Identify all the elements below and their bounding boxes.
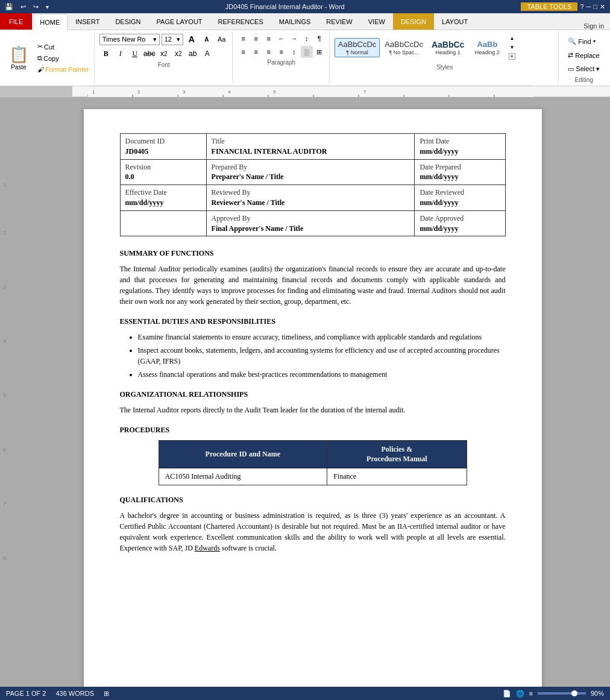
tab-mailings[interactable]: MAILINGS [271, 13, 319, 30]
cut-button[interactable]: ✂ Cut [35, 42, 92, 52]
multilevel-button[interactable]: ≡ [263, 33, 275, 45]
show-marks-button[interactable]: ¶ [313, 33, 325, 45]
decrease-indent-button[interactable]: ← [275, 33, 288, 45]
tab-layout[interactable]: LAYOUT [434, 13, 476, 30]
title-text: JD0405 Financial Internal Auditor - Word [225, 3, 345, 10]
italic-button[interactable]: I [114, 47, 127, 60]
table-row: Approved By Final Approver's Name / Titl… [120, 210, 505, 236]
save-icon[interactable]: 💾 [5, 3, 13, 11]
align-right-button[interactable]: ≡ [263, 46, 275, 58]
list-item: Inspect account books, statements, ledge… [138, 345, 506, 367]
date-prepared-cell: Date Prepared mm/dd/yyyy [415, 159, 505, 185]
style-heading2[interactable]: AaBb Heading 2 [469, 38, 505, 57]
copy-button[interactable]: ⧉ Copy [35, 53, 92, 63]
font-size-selector[interactable]: 12 ▾ [162, 34, 183, 45]
qualifications-heading: QUALIFICATIONS [120, 495, 506, 505]
prepared-by-value: Preparer's Name / Title [212, 172, 410, 182]
approved-by-cell: Approved By Final Approver's Name / Titl… [206, 210, 415, 236]
style-heading1-preview: AaBbCc [432, 40, 464, 50]
sort-button[interactable]: ↕ [301, 33, 313, 45]
justify-button[interactable]: ≡ [275, 46, 288, 58]
format-painter-button[interactable]: 🖌 Format Painter [35, 65, 92, 74]
tab-table-design[interactable]: DESIGN [393, 13, 434, 30]
style-no-spacing[interactable]: AaBbCcDc ¶ No Spac... [381, 38, 427, 57]
redo-icon[interactable]: ↪ [33, 3, 39, 11]
help-icon[interactable]: ? [580, 3, 583, 10]
styles-more-button[interactable]: ▲ ▼ ≡ [506, 33, 517, 63]
line-spacing-button[interactable]: ↕ [288, 46, 300, 58]
borders-button[interactable]: ⊞ [313, 46, 325, 58]
clear-format-button[interactable]: Aa [215, 33, 228, 46]
superscript-button[interactable]: x2 [172, 47, 185, 60]
style-normal[interactable]: AaBbCcDc ¶ Normal [335, 38, 380, 57]
style-no-spacing-label: ¶ No Spac... [389, 49, 418, 55]
bold-button[interactable]: B [99, 47, 113, 60]
revision-cell: Revision 0.0 [120, 159, 206, 185]
layout-print-icon[interactable]: 📄 [503, 690, 511, 698]
sign-in[interactable]: Sign in [583, 22, 610, 30]
align-left-button[interactable]: ≡ [237, 46, 250, 58]
bold-label: B [104, 49, 108, 58]
find-button[interactable]: 🔍 Find ▾ [564, 35, 604, 48]
org-paragraph: The Internal Auditor reports directly to… [120, 405, 506, 415]
replace-button[interactable]: ⇄ Replace [564, 49, 604, 61]
subscript-button[interactable]: x2 [157, 47, 171, 60]
maximize-icon[interactable]: □ [593, 3, 597, 10]
paragraph-group: ≡ ≡ ≡ ← → ↕ ¶ ≡ ≡ ≡ ≡ ↕ ░ ⊞ Paragraph [234, 31, 330, 84]
tab-insert[interactable]: INSERT [68, 13, 107, 30]
minimize-icon[interactable]: ─ [586, 3, 591, 10]
table-tools-label: TABLE TOOLS [521, 2, 577, 11]
tab-file[interactable]: FILE [0, 13, 32, 30]
tab-references[interactable]: REFERENCES [210, 13, 271, 30]
bullets-button[interactable]: ≡ [237, 33, 250, 45]
date-prepared-value: mm/dd/yyyy [420, 172, 500, 182]
svg-text:7: 7 [363, 89, 366, 95]
select-button[interactable]: ▭ Select ▾ [564, 63, 604, 75]
undo-icon[interactable]: ↩ [20, 3, 26, 11]
doc-id-value: JD0405 [125, 147, 201, 157]
date-reviewed-label: Date Reviewed [420, 188, 500, 198]
shading-button[interactable]: ░ [301, 46, 313, 58]
layout-outline-icon[interactable]: ≡ [529, 690, 533, 697]
main-area: 1 2 3 4 5 6 7 8 Document ID JD0405 Title… [0, 97, 610, 700]
numbering-button[interactable]: ≡ [250, 33, 262, 45]
italic-label: I [119, 49, 122, 58]
increase-indent-button[interactable]: → [288, 33, 300, 45]
tab-home[interactable]: HOME [32, 14, 68, 30]
date-reviewed-cell: Date Reviewed mm/dd/yyyy [415, 185, 505, 211]
paste-button[interactable]: 📋 Paste [5, 33, 33, 83]
page-info: PAGE 1 OF 2 [6, 690, 46, 697]
grow-font-button[interactable]: A [185, 33, 198, 46]
shrink-font-button[interactable]: A [200, 33, 213, 46]
zoom-thumb [571, 690, 577, 696]
style-no-spacing-preview: AaBbCcDc [385, 40, 423, 49]
date-approved-value: mm/dd/yyyy [420, 224, 500, 234]
empty-cell [120, 210, 206, 236]
text-highlight-button[interactable]: ab [186, 47, 200, 60]
strikethrough-button[interactable]: abc [143, 47, 156, 60]
window-title: JD0405 Financial Internal Auditor - Word [49, 3, 521, 10]
reviewed-by-value: Reviewer's Name / Title [212, 198, 410, 208]
text-color-button[interactable]: A [201, 47, 214, 60]
underline-label: U [132, 49, 137, 58]
select-label: Select ▾ [576, 65, 600, 73]
font-family-selector[interactable]: Times New Ro ▾ [99, 34, 160, 45]
header-table: Document ID JD0405 Title FINANCIAL INTER… [120, 133, 506, 236]
document-page: Document ID JD0405 Title FINANCIAL INTER… [84, 109, 542, 700]
tab-review[interactable]: REVIEW [318, 13, 360, 30]
zoom-slider[interactable] [538, 692, 586, 695]
layout-web-icon[interactable]: 🌐 [516, 690, 524, 698]
tab-pagelayout[interactable]: PAGE LAYOUT [149, 13, 210, 30]
svg-rect-0 [87, 86, 533, 97]
effective-date-value: mm/dd/yyyy [125, 198, 201, 208]
list-item: Examine financial statements to ensure a… [138, 332, 506, 342]
tab-design[interactable]: DESIGN [107, 13, 148, 30]
style-heading1[interactable]: AaBbCc Heading 1 [428, 38, 468, 58]
paste-label: Paste [11, 64, 27, 71]
underline-button[interactable]: U [128, 47, 142, 60]
tab-view[interactable]: VIEW [360, 13, 393, 30]
editing-group-label: Editing [564, 77, 604, 83]
style-normal-label: ¶ Normal [346, 49, 368, 55]
close-icon[interactable]: ✕ [600, 3, 605, 11]
align-center-button[interactable]: ≡ [250, 46, 262, 58]
